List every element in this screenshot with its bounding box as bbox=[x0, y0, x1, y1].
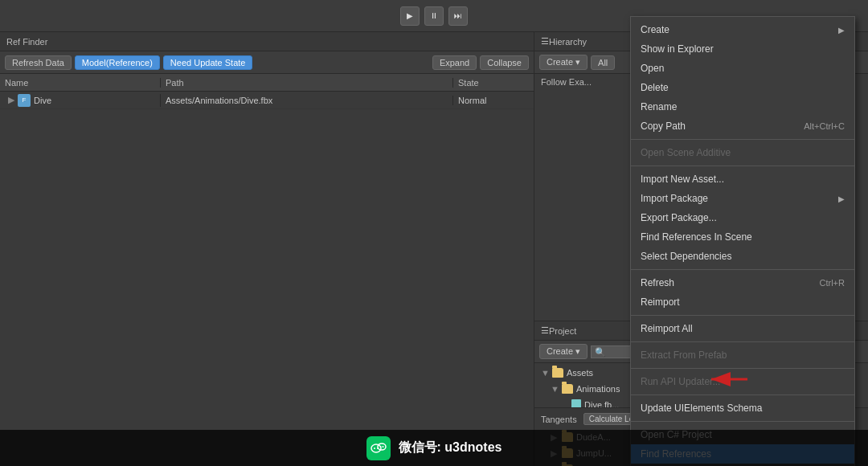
project-create-button[interactable]: Create ▾ bbox=[539, 344, 588, 359]
table-header: Name Path State bbox=[0, 74, 534, 92]
refresh-data-button[interactable]: Refresh Data bbox=[5, 55, 72, 70]
svg-point-7 bbox=[382, 446, 383, 448]
menu-item-reimport-all[interactable]: Reimport All bbox=[631, 319, 854, 338]
menu-separator bbox=[631, 139, 854, 140]
playback-controls: ▶ ⏸ ⏭ bbox=[400, 6, 468, 26]
menu-separator bbox=[631, 421, 854, 422]
submenu-arrow-icon: ▶ bbox=[838, 26, 845, 35]
menu-item-label: Open Scene Additive bbox=[641, 147, 731, 158]
ref-finder-title: Ref Finder bbox=[6, 37, 47, 47]
menu-item-label: Reimport bbox=[641, 296, 680, 308]
collapse-button[interactable]: Collapse bbox=[480, 55, 529, 70]
menu-item-label: Extract From Prefab bbox=[641, 350, 727, 361]
expand-arrow-icon: ▼ bbox=[541, 368, 551, 378]
menu-item-label: Import New Asset... bbox=[641, 174, 724, 185]
menu-separator bbox=[631, 166, 854, 166]
context-menu: Create ▶ Show in Explorer Open Delete Re… bbox=[630, 16, 855, 466]
item-label: Assets bbox=[567, 368, 593, 378]
svg-point-2 bbox=[371, 444, 381, 452]
svg-point-6 bbox=[379, 446, 381, 448]
menu-item-create[interactable]: Create ▶ bbox=[631, 20, 854, 39]
menu-item-copy-path[interactable]: Copy Path Alt+Ctrl+C bbox=[631, 117, 854, 136]
menu-item-reimport[interactable]: Reimport bbox=[631, 292, 854, 312]
folder-icon bbox=[552, 368, 563, 378]
table-row[interactable]: ▶ F Dive Assets/Animations/Dive.fbx Norm… bbox=[0, 92, 534, 109]
hierarchy-create-button[interactable]: Create ▾ bbox=[539, 55, 588, 70]
item-label: Animations bbox=[576, 384, 620, 394]
col-name-header: Name bbox=[0, 78, 161, 88]
hierarchy-follow: Follow Exa... bbox=[541, 77, 592, 87]
menu-item-update-uielements[interactable]: Update UIElements Schema bbox=[631, 399, 854, 418]
watermark: 微信号: u3dnotes bbox=[0, 430, 868, 466]
shortcut-label: Ctrl+R bbox=[820, 278, 845, 288]
folder-icon bbox=[562, 384, 573, 394]
menu-item-label: Rename bbox=[641, 101, 677, 112]
menu-item-label: Create bbox=[641, 24, 669, 35]
hierarchy-all-button[interactable]: All bbox=[591, 55, 615, 70]
tangents-label: Tangents bbox=[541, 415, 577, 424]
menu-separator bbox=[631, 368, 854, 369]
need-update-state-button[interactable]: Need Update State bbox=[163, 55, 253, 70]
hierarchy-title: Hierarchy bbox=[549, 37, 587, 47]
project-title: Project bbox=[549, 326, 576, 336]
model-reference-button[interactable]: Model(Reference) bbox=[75, 55, 160, 70]
ref-finder-panel: Ref Finder Refresh Data Model(Reference)… bbox=[0, 32, 534, 466]
menu-separator bbox=[631, 315, 854, 316]
shortcut-label: Alt+Ctrl+C bbox=[804, 121, 845, 131]
menu-item-delete[interactable]: Delete bbox=[631, 78, 854, 97]
menu-separator bbox=[631, 341, 854, 342]
menu-item-import-package[interactable]: Import Package ▶ bbox=[631, 189, 854, 208]
menu-item-open[interactable]: Open bbox=[631, 59, 854, 78]
menu-item-label: Open bbox=[641, 63, 664, 74]
row-path-cell: Assets/Animations/Dive.fbx bbox=[161, 96, 453, 105]
menu-item-find-references-scene[interactable]: Find References In Scene bbox=[631, 227, 854, 247]
svg-point-3 bbox=[378, 444, 386, 450]
menu-item-select-dependencies[interactable]: Select Dependencies bbox=[631, 247, 854, 266]
submenu-arrow-icon: ▶ bbox=[838, 194, 845, 203]
menu-item-refresh[interactable]: Refresh Ctrl+R bbox=[631, 273, 854, 292]
menu-item-label: Refresh bbox=[641, 277, 674, 288]
table-content: ▶ F Dive Assets/Animations/Dive.fbx Norm… bbox=[0, 92, 534, 466]
menu-item-label: Select Dependencies bbox=[641, 251, 731, 262]
menu-separator bbox=[631, 394, 854, 395]
menu-item-run-api-updater: Run API Updater... bbox=[631, 372, 854, 391]
row-name: Dive bbox=[34, 96, 51, 105]
svg-point-4 bbox=[374, 448, 375, 449]
col-state-header: State bbox=[453, 78, 534, 88]
ref-finder-header: Ref Finder bbox=[0, 32, 534, 51]
menu-item-open-scene-additive: Open Scene Additive bbox=[631, 143, 854, 162]
row-name-cell: ▶ F Dive bbox=[0, 94, 161, 107]
row-file-icon: F bbox=[18, 94, 31, 107]
menu-item-label: Import Package bbox=[641, 193, 708, 204]
menu-item-import-new-asset[interactable]: Import New Asset... bbox=[631, 170, 854, 189]
menu-item-extract-from-prefab: Extract From Prefab bbox=[631, 345, 854, 365]
menu-item-rename[interactable]: Rename bbox=[631, 97, 854, 117]
row-expand-arrow: ▶ bbox=[5, 95, 18, 105]
wechat-logo-icon bbox=[366, 436, 391, 460]
expand-arrow-icon: ▼ bbox=[551, 384, 560, 394]
menu-item-label: Export Package... bbox=[641, 212, 717, 223]
step-button[interactable]: ⏭ bbox=[448, 6, 468, 26]
menu-item-export-package[interactable]: Export Package... bbox=[631, 208, 854, 227]
menu-item-label: Copy Path bbox=[641, 121, 686, 132]
menu-item-label: Show in Explorer bbox=[641, 43, 714, 55]
menu-item-label: Reimport All bbox=[641, 323, 693, 334]
watermark-text: 微信号: u3dnotes bbox=[399, 439, 502, 456]
menu-item-label: Delete bbox=[641, 82, 669, 93]
row-state-cell: Normal bbox=[453, 96, 534, 105]
menu-separator bbox=[631, 269, 854, 270]
menu-item-label: Run API Updater... bbox=[641, 376, 720, 387]
menu-item-label: Update UIElements Schema bbox=[641, 403, 762, 414]
hierarchy-icon: ☰ bbox=[541, 36, 549, 47]
expand-collapse-controls: Expand Collapse bbox=[432, 55, 529, 70]
col-path-header: Path bbox=[161, 78, 453, 88]
ref-finder-toolbar: Refresh Data Model(Reference) Need Updat… bbox=[0, 51, 534, 74]
menu-item-label: Find References In Scene bbox=[641, 231, 752, 243]
project-icon: ☰ bbox=[541, 325, 549, 336]
menu-item-show-in-explorer[interactable]: Show in Explorer bbox=[631, 39, 854, 59]
play-button[interactable]: ▶ bbox=[400, 6, 420, 26]
svg-point-5 bbox=[377, 448, 379, 449]
pause-button[interactable]: ⏸ bbox=[424, 6, 444, 26]
expand-button[interactable]: Expand bbox=[432, 55, 477, 70]
